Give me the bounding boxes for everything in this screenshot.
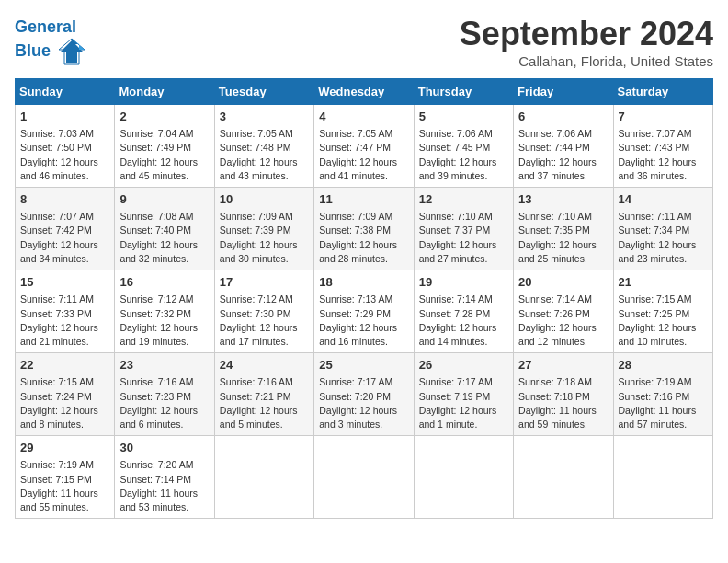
table-row: 22Sunrise: 7:15 AM Sunset: 7:24 PM Dayli… <box>16 353 115 436</box>
table-row: 19Sunrise: 7:14 AM Sunset: 7:28 PM Dayli… <box>414 270 513 353</box>
day-info: Sunrise: 7:17 AM Sunset: 7:19 PM Dayligh… <box>419 375 508 431</box>
day-info: Sunrise: 7:19 AM Sunset: 7:16 PM Dayligh… <box>619 375 708 431</box>
day-number: 22 <box>20 357 109 373</box>
day-info: Sunrise: 7:15 AM Sunset: 7:24 PM Dayligh… <box>20 375 109 431</box>
day-info: Sunrise: 7:04 AM Sunset: 7:49 PM Dayligh… <box>119 127 209 183</box>
logo-blue: Blue <box>15 41 51 60</box>
logo-general: General <box>15 17 76 36</box>
day-info: Sunrise: 7:11 AM Sunset: 7:34 PM Dayligh… <box>619 210 708 266</box>
day-number: 17 <box>220 274 309 291</box>
day-number: 21 <box>619 274 708 291</box>
table-row: 30Sunrise: 7:20 AM Sunset: 7:14 PM Dayli… <box>115 436 214 519</box>
table-row <box>214 436 313 519</box>
table-row: 2Sunrise: 7:04 AM Sunset: 7:49 PM Daylig… <box>115 105 214 188</box>
calendar-body: 1Sunrise: 7:03 AM Sunset: 7:50 PM Daylig… <box>16 105 713 519</box>
table-row: 7Sunrise: 7:07 AM Sunset: 7:43 PM Daylig… <box>613 105 712 188</box>
day-number: 16 <box>119 274 209 291</box>
day-info: Sunrise: 7:13 AM Sunset: 7:29 PM Dayligh… <box>319 293 408 349</box>
table-row: 1Sunrise: 7:03 AM Sunset: 7:50 PM Daylig… <box>16 105 115 188</box>
table-row: 17Sunrise: 7:12 AM Sunset: 7:30 PM Dayli… <box>214 270 313 353</box>
logo: General Blue <box>15 18 86 66</box>
title-block: September 2024 Callahan, Florida, United… <box>460 15 713 69</box>
day-number: 5 <box>419 109 508 125</box>
calendar-row: 1Sunrise: 7:03 AM Sunset: 7:50 PM Daylig… <box>16 105 713 188</box>
day-number: 12 <box>419 191 508 208</box>
day-number: 14 <box>619 191 708 208</box>
day-number: 1 <box>20 109 109 125</box>
day-info: Sunrise: 7:11 AM Sunset: 7:33 PM Dayligh… <box>20 293 109 349</box>
day-info: Sunrise: 7:07 AM Sunset: 7:43 PM Dayligh… <box>619 127 708 183</box>
table-row: 8Sunrise: 7:07 AM Sunset: 7:42 PM Daylig… <box>16 188 115 270</box>
day-info: Sunrise: 7:03 AM Sunset: 7:50 PM Dayligh… <box>20 127 109 183</box>
day-number: 13 <box>518 191 608 208</box>
table-row <box>613 436 712 519</box>
col-wednesday: Wednesday <box>314 79 414 105</box>
day-number: 6 <box>518 109 608 125</box>
table-row: 23Sunrise: 7:16 AM Sunset: 7:23 PM Dayli… <box>115 353 214 436</box>
table-row: 13Sunrise: 7:10 AM Sunset: 7:35 PM Dayli… <box>514 188 613 270</box>
day-info: Sunrise: 7:17 AM Sunset: 7:20 PM Dayligh… <box>319 375 408 431</box>
day-number: 18 <box>319 274 408 291</box>
day-info: Sunrise: 7:05 AM Sunset: 7:47 PM Dayligh… <box>319 127 408 183</box>
day-info: Sunrise: 7:09 AM Sunset: 7:39 PM Dayligh… <box>220 210 309 266</box>
day-info: Sunrise: 7:16 AM Sunset: 7:21 PM Dayligh… <box>220 375 309 431</box>
day-number: 7 <box>619 109 708 125</box>
table-row: 25Sunrise: 7:17 AM Sunset: 7:20 PM Dayli… <box>314 353 414 436</box>
day-number: 27 <box>518 357 608 373</box>
day-info: Sunrise: 7:10 AM Sunset: 7:37 PM Dayligh… <box>419 210 508 266</box>
table-row: 26Sunrise: 7:17 AM Sunset: 7:19 PM Dayli… <box>414 353 513 436</box>
day-info: Sunrise: 7:20 AM Sunset: 7:14 PM Dayligh… <box>119 458 209 514</box>
day-info: Sunrise: 7:06 AM Sunset: 7:44 PM Dayligh… <box>518 127 608 183</box>
day-info: Sunrise: 7:08 AM Sunset: 7:40 PM Dayligh… <box>119 210 209 266</box>
day-info: Sunrise: 7:16 AM Sunset: 7:23 PM Dayligh… <box>119 375 209 431</box>
table-row: 10Sunrise: 7:09 AM Sunset: 7:39 PM Dayli… <box>214 188 313 270</box>
table-row: 24Sunrise: 7:16 AM Sunset: 7:21 PM Dayli… <box>214 353 313 436</box>
table-row: 18Sunrise: 7:13 AM Sunset: 7:29 PM Dayli… <box>314 270 414 353</box>
col-thursday: Thursday <box>414 79 513 105</box>
table-row <box>514 436 613 519</box>
day-number: 15 <box>20 274 109 291</box>
day-number: 8 <box>20 191 109 208</box>
table-row: 20Sunrise: 7:14 AM Sunset: 7:26 PM Dayli… <box>514 270 613 353</box>
day-number: 11 <box>319 191 408 208</box>
page-header: General Blue September 2024 Callahan, Fl… <box>15 15 713 69</box>
day-number: 19 <box>419 274 508 291</box>
table-row: 4Sunrise: 7:05 AM Sunset: 7:47 PM Daylig… <box>314 105 414 188</box>
table-row: 15Sunrise: 7:11 AM Sunset: 7:33 PM Dayli… <box>16 270 115 353</box>
table-row: 27Sunrise: 7:18 AM Sunset: 7:18 PM Dayli… <box>514 353 613 436</box>
day-info: Sunrise: 7:15 AM Sunset: 7:25 PM Dayligh… <box>619 293 708 349</box>
calendar-header: Sunday Monday Tuesday Wednesday Thursday… <box>16 79 713 105</box>
table-row: 16Sunrise: 7:12 AM Sunset: 7:32 PM Dayli… <box>115 270 214 353</box>
col-monday: Monday <box>115 79 214 105</box>
calendar-row: 22Sunrise: 7:15 AM Sunset: 7:24 PM Dayli… <box>16 353 713 436</box>
day-info: Sunrise: 7:06 AM Sunset: 7:45 PM Dayligh… <box>419 127 508 183</box>
header-row: Sunday Monday Tuesday Wednesday Thursday… <box>16 79 713 105</box>
table-row: 21Sunrise: 7:15 AM Sunset: 7:25 PM Dayli… <box>613 270 712 353</box>
day-info: Sunrise: 7:18 AM Sunset: 7:18 PM Dayligh… <box>518 375 608 431</box>
day-number: 29 <box>20 440 109 456</box>
day-number: 3 <box>220 109 309 125</box>
day-number: 10 <box>220 191 309 208</box>
day-info: Sunrise: 7:14 AM Sunset: 7:28 PM Dayligh… <box>419 293 508 349</box>
day-info: Sunrise: 7:19 AM Sunset: 7:15 PM Dayligh… <box>20 458 109 514</box>
table-row: 9Sunrise: 7:08 AM Sunset: 7:40 PM Daylig… <box>115 188 214 270</box>
calendar-table: Sunday Monday Tuesday Wednesday Thursday… <box>15 78 713 519</box>
month-title: September 2024 <box>460 15 713 53</box>
table-row: 12Sunrise: 7:10 AM Sunset: 7:37 PM Dayli… <box>414 188 513 270</box>
col-friday: Friday <box>514 79 613 105</box>
location: Callahan, Florida, United States <box>460 53 713 69</box>
day-number: 4 <box>319 109 408 125</box>
table-row: 29Sunrise: 7:19 AM Sunset: 7:15 PM Dayli… <box>16 436 115 519</box>
calendar-row: 8Sunrise: 7:07 AM Sunset: 7:42 PM Daylig… <box>16 188 713 270</box>
table-row: 3Sunrise: 7:05 AM Sunset: 7:48 PM Daylig… <box>214 105 313 188</box>
day-info: Sunrise: 7:07 AM Sunset: 7:42 PM Dayligh… <box>20 210 109 266</box>
day-info: Sunrise: 7:12 AM Sunset: 7:32 PM Dayligh… <box>119 293 209 349</box>
day-number: 20 <box>518 274 608 291</box>
day-info: Sunrise: 7:10 AM Sunset: 7:35 PM Dayligh… <box>518 210 608 266</box>
day-number: 23 <box>119 357 209 373</box>
day-number: 25 <box>319 357 408 373</box>
day-number: 24 <box>220 357 309 373</box>
col-sunday: Sunday <box>16 79 115 105</box>
day-number: 26 <box>419 357 508 373</box>
day-info: Sunrise: 7:09 AM Sunset: 7:38 PM Dayligh… <box>319 210 408 266</box>
